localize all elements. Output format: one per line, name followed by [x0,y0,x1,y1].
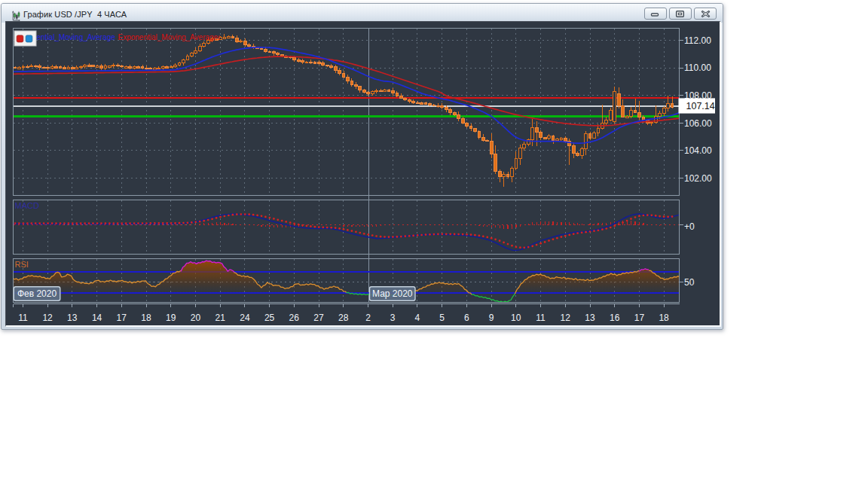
svg-text:110.00: 110.00 [684,63,711,73]
svg-text:MACD: MACD [15,201,39,210]
svg-text:ential_Moving_Average: ential_Moving_Average [37,33,116,41]
svg-text:Мар 2020: Мар 2020 [372,288,413,299]
svg-text:25: 25 [264,313,275,323]
svg-text:24: 24 [240,313,250,323]
svg-text:Фев 2020: Фев 2020 [17,288,57,299]
svg-text:20: 20 [191,313,201,323]
svg-text:4: 4 [415,313,420,323]
svg-text:.: . [115,33,118,41]
svg-text:18: 18 [141,313,151,323]
svg-text:+0: +0 [684,221,695,232]
svg-text:28: 28 [338,313,349,323]
svg-text:104.00: 104.00 [684,145,712,156]
svg-text:Exponential_Moving_Averageı: Exponential_Moving_Averageı [118,33,220,41]
svg-text:16: 16 [610,313,620,323]
svg-text:19: 19 [166,313,176,323]
svg-text:17: 17 [634,313,645,323]
svg-text:50: 50 [684,277,695,288]
svg-text:12: 12 [42,313,53,323]
svg-text:3: 3 [390,313,396,323]
svg-text:18: 18 [659,313,669,323]
svg-text:13: 13 [585,313,595,323]
svg-text:21: 21 [215,313,226,323]
svg-text:11: 11 [18,313,28,323]
svg-text:6: 6 [464,313,469,323]
svg-text:107.14: 107.14 [686,101,715,111]
svg-text:26: 26 [289,313,300,323]
svg-text:10: 10 [511,313,521,323]
svg-text:102.00: 102.00 [684,173,712,184]
svg-text:2: 2 [365,313,371,323]
svg-text:17: 17 [117,313,127,323]
svg-text:11: 11 [536,313,546,323]
svg-text:5: 5 [439,313,445,323]
svg-text:9: 9 [489,313,494,323]
svg-text:27: 27 [313,313,324,323]
svg-text:RSI: RSI [15,260,29,269]
svg-text:12: 12 [561,313,571,323]
svg-text:14: 14 [92,313,102,323]
svg-text:13: 13 [67,313,78,323]
svg-text:112.00: 112.00 [684,35,711,46]
svg-text:106.00: 106.00 [684,118,712,129]
